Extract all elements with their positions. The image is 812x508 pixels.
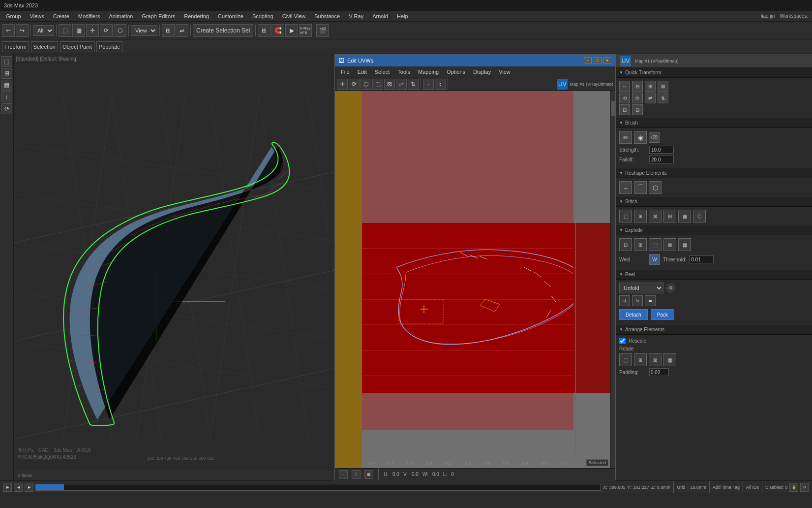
uvw-rotate-btn[interactable]: ⟳ bbox=[349, 79, 360, 90]
stitch-header[interactable]: Stitch bbox=[616, 197, 812, 207]
menu-vray[interactable]: V-Ray bbox=[345, 12, 367, 20]
uv-button[interactable]: UV bbox=[557, 79, 568, 90]
qt-rotate-90[interactable]: ⟲ bbox=[619, 93, 630, 103]
create-selection-button[interactable]: Create Selection Sel bbox=[193, 24, 253, 37]
peel-header[interactable]: Peel bbox=[616, 270, 812, 280]
scale-button[interactable]: ⬡ bbox=[114, 24, 126, 37]
uvw-freeform-btn[interactable]: ⊠ bbox=[384, 79, 395, 90]
view-dropdown[interactable]: View bbox=[131, 25, 157, 36]
vray-button[interactable]: V-Ray VFB bbox=[299, 24, 312, 37]
uvw-menu-view[interactable]: View bbox=[495, 68, 514, 76]
qt-rotate-180[interactable]: ⟳ bbox=[632, 93, 643, 103]
quick-transform-header[interactable]: Quick Transform bbox=[616, 68, 812, 78]
reshape-3d[interactable]: ⬡ bbox=[649, 181, 662, 194]
viewport-btn-3[interactable]: ▦ bbox=[1, 80, 12, 91]
qt-extra-2[interactable]: ⊟ bbox=[632, 104, 643, 115]
menu-civil-view[interactable]: Civil View bbox=[278, 12, 309, 20]
weld-btn[interactable]: W bbox=[649, 254, 660, 265]
uvw-face-mode[interactable]: ▦ bbox=[364, 470, 373, 479]
uvw-menu-mapping[interactable]: Mapping bbox=[414, 68, 443, 76]
move-button[interactable]: ✛ bbox=[86, 24, 99, 37]
menu-views[interactable]: Views bbox=[26, 12, 48, 20]
stitch-btn-5[interactable]: ▦ bbox=[678, 210, 691, 222]
brush-tool-icon[interactable]: ✏ bbox=[619, 131, 632, 144]
viewport-btn-1[interactable]: ⬚ bbox=[1, 56, 12, 67]
viewport-btn-4[interactable]: ↕ bbox=[1, 92, 12, 102]
arrange-btn-1[interactable]: ⬚ bbox=[619, 353, 632, 366]
uvw-scrollbar-v[interactable] bbox=[610, 91, 615, 468]
menu-graph-editors[interactable]: Graph Editors bbox=[138, 12, 179, 20]
uvw-menu-options[interactable]: Options bbox=[443, 68, 469, 76]
status-play-btn[interactable]: ▶ bbox=[3, 483, 12, 492]
stitch-btn-6[interactable]: ⬡ bbox=[693, 210, 706, 222]
uvw-select-btn[interactable]: ⬚ bbox=[372, 79, 383, 90]
viewport-btn-2[interactable]: ⊞ bbox=[1, 68, 12, 79]
timeline-bar[interactable] bbox=[35, 484, 601, 491]
stitch-btn-3[interactable]: ⊠ bbox=[649, 210, 662, 222]
reshape-linear[interactable]: ⫠ bbox=[619, 181, 632, 194]
select-button[interactable]: ⬚ bbox=[59, 24, 71, 37]
menu-animation[interactable]: Animation bbox=[105, 12, 137, 20]
pack-button[interactable]: Pack bbox=[651, 309, 674, 320]
uvw-mode-edge[interactable]: ⌇ bbox=[435, 79, 446, 90]
menu-create[interactable]: Create bbox=[49, 12, 73, 20]
qt-extra-1[interactable]: ⊡ bbox=[619, 104, 630, 115]
rescale-checkbox[interactable] bbox=[619, 338, 626, 344]
uv-mode-btn[interactable]: UV bbox=[620, 56, 631, 66]
explode-btn-3[interactable]: ⬚ bbox=[649, 238, 662, 251]
status-next-btn[interactable]: ▶ bbox=[25, 483, 33, 492]
uvw-vertex-mode[interactable]: · bbox=[339, 470, 348, 479]
mirror-button[interactable]: ⇌ bbox=[176, 24, 188, 37]
reshape-curve[interactable]: ⌒ bbox=[634, 181, 647, 194]
arrange-header[interactable]: Arrange Elements bbox=[616, 325, 812, 335]
qt-flip-v[interactable]: ⇅ bbox=[658, 93, 668, 103]
peel-rotate-left[interactable]: ↺ bbox=[619, 295, 630, 306]
uvw-mode-vertex[interactable]: · bbox=[423, 79, 434, 90]
close-button[interactable]: ✕ bbox=[603, 57, 611, 64]
uvw-menu-display[interactable]: Display bbox=[469, 68, 495, 76]
select-region-button[interactable]: ▦ bbox=[72, 24, 85, 37]
explode-btn-5[interactable]: ▦ bbox=[678, 238, 691, 251]
render-button[interactable]: ▶ bbox=[285, 24, 298, 37]
arrange-btn-2[interactable]: ⊞ bbox=[634, 353, 647, 366]
uvw-menu-select[interactable]: Select bbox=[371, 68, 394, 76]
uvw-menu-file[interactable]: File bbox=[337, 68, 354, 76]
peel-flip[interactable]: ⇌ bbox=[645, 295, 656, 306]
uvw-main-viewport[interactable]: 0.00.10.20.30.40.50.60.70.80.91.0 Select… bbox=[335, 91, 610, 468]
reshape-header[interactable]: Reshape Elements bbox=[616, 168, 812, 178]
menu-rendering[interactable]: Rendering bbox=[180, 12, 213, 20]
status-prev-btn[interactable]: ◀ bbox=[14, 483, 23, 492]
scroll-thumb-v[interactable] bbox=[611, 101, 615, 116]
scene-button[interactable]: 🎬 bbox=[316, 24, 329, 37]
brush-fill-icon[interactable]: ◉ bbox=[634, 131, 647, 144]
unfold-dropdown[interactable]: Unfold bbox=[619, 283, 663, 293]
menu-scripting[interactable]: Scripting bbox=[248, 12, 277, 20]
stitch-btn-1[interactable]: ⬚ bbox=[619, 210, 632, 222]
grid-button[interactable]: ⊞ bbox=[258, 24, 271, 37]
menu-group[interactable]: Group bbox=[2, 12, 25, 20]
uvw-menu-tools[interactable]: Tools bbox=[393, 68, 414, 76]
padding-input[interactable] bbox=[649, 368, 669, 376]
status-lock-btn[interactable]: 🔒 bbox=[789, 483, 798, 492]
peel-options-btn[interactable]: ⚙ bbox=[666, 284, 675, 292]
uvw-mirror-h-btn[interactable]: ⇌ bbox=[396, 79, 407, 90]
explode-header[interactable]: Explode bbox=[616, 225, 812, 235]
detach-button[interactable]: Detach bbox=[619, 309, 648, 320]
brush-eraser-icon[interactable]: ⌫ bbox=[649, 132, 660, 143]
status-settings-btn[interactable]: ⚙ bbox=[800, 483, 809, 492]
menu-modifiers[interactable]: Modifiers bbox=[74, 12, 104, 20]
explode-btn-2[interactable]: ⊞ bbox=[634, 238, 647, 251]
strength-input[interactable] bbox=[649, 146, 674, 154]
arrange-btn-3[interactable]: ⊠ bbox=[649, 353, 662, 366]
undo-button[interactable]: ↩ bbox=[2, 24, 15, 37]
stitch-btn-4[interactable]: ⊟ bbox=[663, 210, 676, 222]
menu-customize[interactable]: Customize bbox=[214, 12, 247, 20]
uvw-move-btn[interactable]: ✛ bbox=[337, 79, 348, 90]
minimize-button[interactable]: ─ bbox=[584, 57, 592, 64]
viewport-btn-5[interactable]: ⟳ bbox=[1, 103, 12, 114]
stitch-btn-2[interactable]: ⊞ bbox=[634, 210, 647, 222]
qt-distribute[interactable]: ⊠ bbox=[658, 81, 668, 92]
align-button[interactable]: ⊞ bbox=[162, 24, 175, 37]
menu-arnold[interactable]: Arnold bbox=[368, 12, 392, 20]
snap-button[interactable]: 🧲 bbox=[271, 24, 284, 37]
